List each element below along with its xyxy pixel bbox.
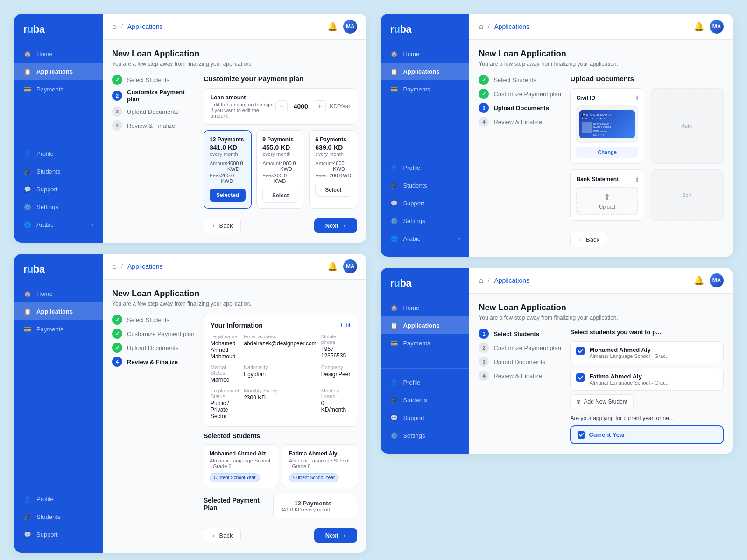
edit-button[interactable]: Edit [341, 322, 351, 329]
next-button-r[interactable]: Next → [314, 528, 358, 543]
payment-card-9[interactable]: 9 Payments 455.0 KD every month Amount40… [256, 130, 304, 209]
applications-icon: 📋 [23, 67, 32, 76]
add-student-button[interactable]: ⊕ Add New Student [570, 394, 633, 409]
back-button-u[interactable]: ← Back [570, 232, 607, 247]
avatar-r[interactable]: MA [343, 259, 357, 273]
sidebar-item-arabic[interactable]: 🌐 Arabic › [14, 216, 103, 233]
sidebar-item-students-r[interactable]: 🎓 Students [14, 508, 103, 525]
sidebar-item-support-s[interactable]: 💬 Support [381, 409, 469, 427]
next-button[interactable]: Next → [314, 218, 358, 233]
sidebar-item-profile-u[interactable]: 👤 Profile [381, 159, 469, 176]
upload-label: Upload [599, 204, 615, 210]
civil-id-image: 🇰🇼 STATE OF KUWAIT CIVIL ID CARD ID: 000… [576, 105, 638, 143]
sidebar-item-profile[interactable]: 👤 Profile [14, 145, 103, 162]
sidebar-item-applications-r[interactable]: 📋 Applications [14, 302, 103, 320]
settings-icon-s: ⚙️ [390, 431, 398, 440]
topbar-home-icon-r: ⌂ [112, 262, 117, 271]
select-btn-6[interactable]: Select [315, 183, 351, 197]
sidebar-item-arabic-u[interactable]: 🌐 Arabic › [381, 230, 469, 247]
student-card-1: Mohamed Ahmed Alz Almanar Language Schoo… [204, 444, 278, 488]
main-payment: ⌂ / Applications 🔔 MA New Loan Applicati… [103, 14, 366, 243]
sidebar-item-applications-u[interactable]: 📋 Applications [381, 63, 469, 80]
notifications-icon-r[interactable]: 🔔 [327, 261, 338, 272]
panel-upload: ruba 🏠 Home 📋 Applications 💳 Payments [381, 14, 733, 257]
doc-card-auth: Auth [650, 88, 724, 164]
loan-decrease-btn[interactable]: − [275, 100, 288, 112]
select-btn-9[interactable]: Select [262, 189, 298, 203]
checkbox-2[interactable] [576, 373, 585, 382]
sidebar-item-applications[interactable]: 📋 Applications [14, 63, 103, 80]
upload-area[interactable]: ⬆ Upload [576, 187, 638, 215]
avatar-u[interactable]: MA [710, 20, 724, 34]
sidebar-item-home-s[interactable]: 🏠 Home [381, 299, 469, 316]
sidebar-item-payments-u[interactable]: 💳 Payments [381, 80, 469, 98]
main-upload: ⌂ / Applications 🔔 MA New Loan Applicati… [469, 14, 733, 257]
logo: ruba [14, 23, 103, 45]
notifications-icon-s[interactable]: 🔔 [694, 275, 704, 286]
notifications-icon[interactable]: 🔔 [327, 21, 338, 32]
topbar-home-icon-s: ⌂ [479, 276, 483, 285]
civil-id-title: Civil ID [576, 95, 595, 101]
payment-card-12[interactable]: 12 Payments 341.0 KD every month Amount4… [204, 130, 252, 209]
sidebar-item-payments-s[interactable]: 💳 Payments [381, 334, 469, 352]
page-subtitle: You are a few step away from finalizing … [112, 61, 357, 67]
back-button-r[interactable]: ← Back [204, 528, 241, 543]
select-btn-12[interactable]: Selected [210, 189, 246, 202]
sidebar-item-payments[interactable]: 💳 Payments [14, 80, 103, 98]
topbar-payment: ⌂ / Applications 🔔 MA [103, 14, 366, 40]
step-1: ✓ Select Students [112, 75, 196, 85]
avatar[interactable]: MA [343, 20, 357, 34]
page-subtitle-s: You are a few step away from finalizing … [479, 315, 724, 321]
page-title: New Loan Application [112, 49, 357, 59]
home-icon: 🏠 [23, 49, 32, 58]
sidebar-item-support-u[interactable]: 💬 Support [381, 194, 469, 212]
back-button[interactable]: ← Back [204, 218, 241, 233]
home-icon-u: 🏠 [390, 49, 398, 58]
sidebar-item-profile-s[interactable]: 👤 Profile [381, 373, 469, 391]
doc-card-sch: Sch [650, 169, 724, 221]
sidebar-item-settings[interactable]: ⚙️ Settings [14, 198, 103, 216]
sidebar-item-applications-s[interactable]: 📋 Applications [381, 316, 469, 334]
sidebar-item-students[interactable]: 🎓 Students [14, 162, 103, 180]
sidebar-item-support-r[interactable]: 💬 Support [14, 525, 103, 543]
payments-icon-u: 💳 [390, 85, 398, 93]
sidebar-item-settings-u[interactable]: ⚙️ Settings [381, 212, 469, 230]
sidebar-item-profile-r[interactable]: 👤 Profile [14, 490, 103, 508]
doc-card-civil-id: Civil ID ℹ 🇰🇼 STATE OF KUWAIT CIVIL ID C… [570, 88, 644, 164]
step-u2: ✓ Customize Payment plan [479, 89, 563, 99]
change-button[interactable]: Change [576, 147, 638, 158]
loan-label: Loan amount [211, 94, 275, 101]
step-r2: ✓ Customize Payment plan [112, 329, 196, 339]
notifications-icon-u[interactable]: 🔔 [694, 21, 704, 32]
avatar-s[interactable]: MA [710, 273, 724, 287]
sidebar-item-payments-r[interactable]: 💳 Payments [14, 320, 103, 338]
page-title-r: New Loan Application [112, 289, 357, 299]
sidebar-item-home-u[interactable]: 🏠 Home [381, 45, 469, 63]
student-select-1[interactable]: Mohamed Ahmed Aly Almanar Language Schoo… [570, 341, 724, 364]
current-year-button[interactable]: Current Year [570, 425, 724, 444]
settings-icon: ⚙️ [23, 203, 32, 211]
info-icon-bank: ℹ [636, 175, 638, 183]
step-u3: 3 Upload Documents [479, 103, 563, 113]
sidebar-item-settings-s[interactable]: ⚙️ Settings [381, 427, 469, 444]
student-select-2[interactable]: Fatima Ahmed Aly Almanar Language School… [570, 368, 724, 391]
info-field-name: Legal name Mohamed Ahmed Mahmoud [211, 334, 239, 360]
loan-value: 4000 [291, 103, 310, 110]
select-students-title: Select students you want to p... [570, 329, 724, 336]
page-title-s: New Loan Application [479, 303, 724, 313]
upload-icon: ⬆ [604, 192, 611, 202]
step-4: 4 Review & Finalize [112, 120, 196, 131]
checkbox-1[interactable] [576, 347, 585, 355]
panel-payment: ruba 🏠 Home 📋 Applications 💳 Payments [14, 14, 366, 243]
payment-card-6[interactable]: 6 Payments 639.0 KD every month Amount40… [309, 130, 357, 209]
loan-increase-btn[interactable]: + [314, 100, 326, 112]
step-r3: ✓ Upload Documents [112, 343, 196, 353]
sidebar-item-support[interactable]: 💬 Support [14, 180, 103, 198]
info-field-company: Company DesignPeer [321, 364, 351, 383]
step-s4: 4 Review & Finalize [479, 371, 563, 381]
sidebar-item-students-u[interactable]: 🎓 Students [381, 176, 469, 194]
sidebar-item-home[interactable]: 🏠 Home [14, 45, 103, 63]
sidebar-item-students-s[interactable]: 🎓 Students [381, 391, 469, 409]
sidebar-item-home-r[interactable]: 🏠 Home [14, 285, 103, 302]
breadcrumb-sep: / [121, 23, 123, 30]
